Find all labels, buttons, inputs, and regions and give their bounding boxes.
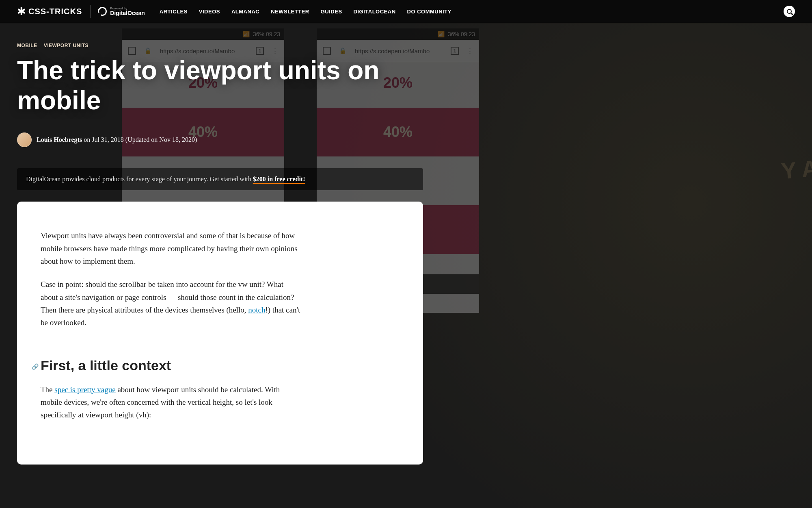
paragraph-3: The spec is pretty vague about how viewp… xyxy=(41,383,300,421)
avatar xyxy=(17,132,32,147)
spec-link[interactable]: spec is pretty vague xyxy=(54,385,115,394)
promo-text: DigitalOcean provides cloud products for… xyxy=(26,176,253,182)
author-name-link[interactable]: Louis Hoebregts xyxy=(37,136,82,143)
logo-divider xyxy=(90,5,91,18)
logo-text: CSS-TRICKS xyxy=(28,7,90,16)
author-row: Louis Hoebregts on Jul 31, 2018 (Updated… xyxy=(17,132,795,147)
digitalocean-name: DigitalOcean xyxy=(110,10,145,16)
promo-banner: DigitalOcean provides cloud products for… xyxy=(17,168,423,190)
author-meta: Louis Hoebregts on Jul 31, 2018 (Updated… xyxy=(37,136,197,143)
p3-text-before: The xyxy=(41,385,54,394)
author-on-text: on xyxy=(82,136,92,143)
nav-videos[interactable]: VIDEOS xyxy=(199,9,220,15)
publish-date: Jul 31, 2018 xyxy=(92,136,124,143)
paragraph-2: Case in point: should the scrollbar be t… xyxy=(41,278,300,329)
promo-link[interactable]: $200 in free credit! xyxy=(253,176,305,182)
digitalocean-logo[interactable]: Powered by DigitalOcean xyxy=(98,7,145,16)
heading-text: First, a little context xyxy=(41,358,171,373)
page-title: The trick to viewport units on mobile xyxy=(17,56,464,115)
search-icon xyxy=(787,9,792,14)
section-heading-context: 🔗 First, a little context xyxy=(41,358,400,373)
paragraph-1: Viewport units have always been controve… xyxy=(41,229,300,267)
nav-guides[interactable]: GUIDES xyxy=(321,9,342,15)
nav-digitalocean[interactable]: DIGITALOCEAN xyxy=(354,9,396,15)
notch-link[interactable]: notch xyxy=(248,306,265,314)
updated-date: (Updated on Nov 18, 2020) xyxy=(124,136,197,143)
nav-do-community[interactable]: DO COMMUNITY xyxy=(407,9,451,15)
digitalocean-icon xyxy=(98,7,107,16)
breadcrumb: MOBILE VIEWPORT UNITS xyxy=(17,23,795,48)
anchor-link-icon[interactable]: 🔗 xyxy=(32,363,39,370)
main-content: MOBILE VIEWPORT UNITS The trick to viewp… xyxy=(0,23,812,465)
main-nav: ARTICLES VIDEOS ALMANAC NEWSLETTER GUIDE… xyxy=(160,9,451,15)
breadcrumb-mobile[interactable]: MOBILE xyxy=(17,43,37,48)
logo[interactable]: ✱ CSS-TRICKS Powered by DigitalOcean xyxy=(17,5,145,18)
nav-almanac[interactable]: ALMANAC xyxy=(231,9,259,15)
article-body: Viewport units have always been controve… xyxy=(17,202,423,464)
breadcrumb-viewport-units[interactable]: VIEWPORT UNITS xyxy=(44,43,89,48)
site-header: ✱ CSS-TRICKS Powered by DigitalOcean ART… xyxy=(0,0,812,23)
logo-star-icon: ✱ xyxy=(17,5,26,18)
search-button[interactable] xyxy=(784,6,795,17)
nav-newsletter[interactable]: NEWSLETTER xyxy=(271,9,309,15)
nav-articles[interactable]: ARTICLES xyxy=(160,9,188,15)
